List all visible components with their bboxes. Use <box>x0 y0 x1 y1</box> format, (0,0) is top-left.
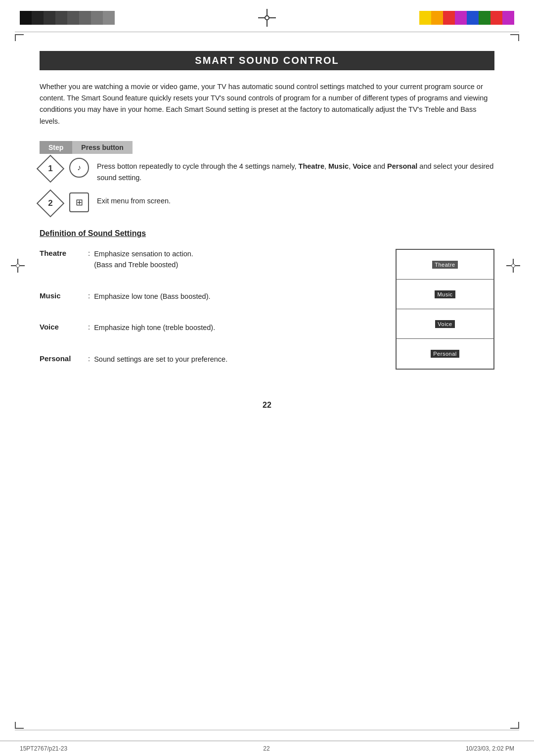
tv-box-wrapper: Theatre Music Voice Personal <box>396 249 494 386</box>
step-number-2: 2 <box>40 192 61 214</box>
bold-theatre: Theatre <box>299 162 324 170</box>
bold-voice: Voice <box>353 162 371 170</box>
tv-menu-box: Theatre Music Voice Personal <box>396 249 494 370</box>
page-number: 22 <box>40 401 494 410</box>
def-item-voice: Voice : Emphasize high tone (treble boos… <box>40 323 381 333</box>
bracket-bottom-left <box>15 722 24 729</box>
bracket-top-right <box>510 34 519 41</box>
step-num-text-1: 1 <box>48 164 52 174</box>
bottom-reg-line <box>15 730 519 730</box>
step-row-1: 1 ♪ Press botton repeatedly to cycle thr… <box>40 158 494 184</box>
step-header-press: Press button <box>72 141 133 154</box>
step-text-1: Press botton repeatedly to cycle through… <box>97 158 494 184</box>
color-strip-right <box>419 11 514 25</box>
step-num-text-2: 2 <box>48 198 52 208</box>
tv-label-theatre: Theatre <box>432 261 457 269</box>
definition-section: Definition of Sound Settings Theatre : E… <box>40 229 494 386</box>
top-bar <box>0 0 534 32</box>
bracket-top-left <box>15 34 24 41</box>
def-term-voice: Voice <box>40 323 84 331</box>
footer-right: 10/23/03, 2:02 PM <box>466 745 514 752</box>
def-desc-theatre: Emphasize sensation to action.(Bass and … <box>94 249 193 271</box>
left-crosshair <box>11 259 25 273</box>
def-term-theatre: Theatre <box>40 249 84 257</box>
main-content: Smart Sound Control Whether you are watc… <box>0 41 534 429</box>
step-row-2: 2 ⊞ Exit menu from screen. <box>40 192 494 214</box>
corner-brackets-top <box>0 34 534 41</box>
corner-brackets-bottom <box>0 722 534 729</box>
def-colon-personal: : <box>88 354 90 363</box>
def-desc-voice: Emphasize high tone (treble boosted). <box>94 323 215 333</box>
def-colon-music: : <box>88 291 90 300</box>
def-term-personal: Personal <box>40 354 84 363</box>
def-colon-theatre: : <box>88 249 90 257</box>
tv-label-voice: Voice <box>435 320 454 328</box>
right-crosshair <box>506 259 520 273</box>
footer: 15PT2767/p21-23 22 10/23/03, 2:02 PM <box>0 741 534 756</box>
footer-left: 15PT2767/p21-23 <box>20 745 67 752</box>
def-desc-music: Emphasize low tone (Bass boosted). <box>94 291 210 302</box>
tv-menu-item-voice: Voice <box>397 309 493 339</box>
right-crosshair-icon <box>506 259 520 273</box>
color-strip-left <box>20 11 115 25</box>
intro-paragraph: Whether you are watching a movie or vide… <box>40 81 494 127</box>
def-item-theatre: Theatre : Emphasize sensation to action.… <box>40 249 381 271</box>
tv-label-personal: Personal <box>431 350 459 358</box>
tv-menu-item-music: Music <box>397 280 493 309</box>
def-item-music: Music : Emphasize low tone (Bass boosted… <box>40 291 381 302</box>
step-number-1: 1 <box>40 158 61 180</box>
def-item-personal: Personal : Sound settings are set to you… <box>40 354 381 365</box>
def-colon-voice: : <box>88 323 90 331</box>
footer-center: 22 <box>263 745 269 752</box>
tv-menu-item-theatre: Theatre <box>397 250 493 280</box>
left-crosshair-icon <box>11 259 25 273</box>
title-box: Smart Sound Control <box>40 51 494 70</box>
step-icon-2: ⊞ <box>69 192 89 212</box>
bold-music: Music <box>328 162 349 170</box>
step-header: Step Press button <box>40 141 494 154</box>
top-reg-line <box>15 32 519 32</box>
tv-label-music: Music <box>435 290 455 298</box>
definition-left: Theatre : Emphasize sensation to action.… <box>40 249 381 386</box>
definition-title: Definition of Sound Settings <box>40 229 494 238</box>
tv-menu-item-personal: Personal <box>397 339 493 369</box>
page-title: Smart Sound Control <box>195 55 339 66</box>
step-icon-1: ♪ <box>69 158 89 178</box>
definition-container: Theatre : Emphasize sensation to action.… <box>40 249 494 386</box>
def-term-music: Music <box>40 291 84 300</box>
center-crosshair-top <box>258 9 276 27</box>
bold-personal: Personal <box>387 162 417 170</box>
def-desc-personal: Sound settings are set to your preferenc… <box>94 354 227 365</box>
bracket-bottom-right <box>510 722 519 729</box>
step-table: Step Press button 1 ♪ Press botton repea… <box>40 141 494 214</box>
step-text-2: Exit menu from screen. <box>97 192 494 207</box>
step-header-step: Step <box>40 141 72 154</box>
